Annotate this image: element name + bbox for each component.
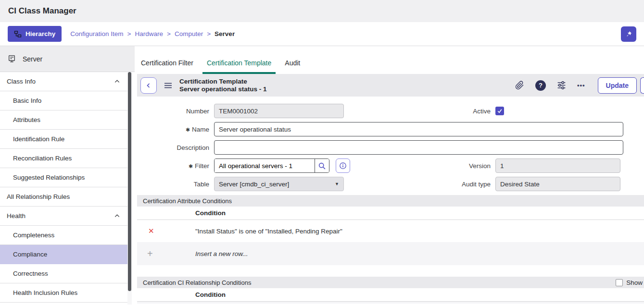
record-title: Certification Template Server operationa… <box>179 78 267 93</box>
search-icon <box>318 162 326 170</box>
sidebar-item-label: All Relationship Rules <box>7 193 70 200</box>
breadcrumb-item-configuration-item[interactable]: Configuration Item <box>70 30 123 37</box>
app-header: CI Class Manager <box>0 0 644 22</box>
back-button[interactable] <box>140 77 157 94</box>
sidebar: Server Class InfoBasic InfoAttributesIde… <box>0 46 135 305</box>
breadcrumb-separator: > <box>167 30 171 37</box>
chevron-up-icon <box>114 78 121 85</box>
sidebar-item-all-relationship-rules[interactable]: All Relationship Rules <box>0 187 127 207</box>
sidebar-item-reconciliation-rules[interactable]: Reconciliation Rules <box>0 149 127 168</box>
sidebar-item-label: Attributes <box>13 116 40 123</box>
more-icon: ••• <box>577 82 585 89</box>
sidebar-scrollbar[interactable] <box>127 72 132 305</box>
checkmark-icon <box>497 108 503 114</box>
sidebar-item-class-info[interactable]: Class Info <box>0 72 127 91</box>
filter-info-button[interactable] <box>336 159 350 173</box>
sidebar-item-label: Health Inclusion Rules <box>13 289 77 296</box>
delete-condition-icon[interactable]: ✕ <box>148 227 154 235</box>
help-icon: ? <box>535 80 546 91</box>
name-field[interactable] <box>214 122 623 136</box>
version-label: Version <box>418 162 491 170</box>
chevron-up-icon <box>114 212 121 220</box>
required-icon: ✱ <box>186 127 190 133</box>
number-label: Number <box>137 108 209 115</box>
attachment-button[interactable] <box>515 81 524 90</box>
main-content: Certification FilterCertification Templa… <box>135 46 644 305</box>
version-field[interactable] <box>495 159 620 173</box>
tab-certification-filter[interactable]: Certification Filter <box>137 54 198 74</box>
sidebar-item-attributes[interactable]: Attributes <box>0 110 127 130</box>
update-button[interactable]: Update <box>598 77 637 94</box>
sidebar-item-health[interactable]: Health <box>0 207 127 226</box>
pin-button[interactable] <box>621 26 636 42</box>
tab-certification-template[interactable]: Certification Template <box>202 54 276 74</box>
sidebar-item-label: Identification Rule <box>13 135 64 143</box>
cut-off-button[interactable] <box>640 77 644 94</box>
name-label: ✱Name <box>137 126 209 133</box>
more-button[interactable]: ••• <box>577 82 585 89</box>
help-button[interactable]: ? <box>535 80 546 91</box>
toolbar: Hierarchy Configuration Item>Hardware>Co… <box>0 22 644 46</box>
show-checkbox[interactable] <box>616 279 623 286</box>
condition-row: ✕"Install Status" is one of "Installed, … <box>137 220 644 242</box>
hierarchy-button[interactable]: Hierarchy <box>8 26 62 42</box>
server-icon <box>7 54 16 63</box>
breadcrumb-separator: > <box>127 30 131 37</box>
insert-row[interactable]: + Insert a new row... <box>137 242 644 265</box>
section-title: Certification CI Relationship Conditions <box>143 279 251 286</box>
filter-lookup-button[interactable] <box>315 159 329 172</box>
hierarchy-icon <box>14 30 22 38</box>
active-checkbox[interactable] <box>495 107 504 115</box>
tab-bar: Certification FilterCertification Templa… <box>135 46 644 74</box>
filter-field[interactable] <box>215 159 315 172</box>
table-select[interactable]: Server [cmdb_ci_server] ▼ <box>214 177 344 191</box>
sidebar-item-basic-info[interactable]: Basic Info <box>0 91 127 110</box>
show-label: Show <box>626 279 643 286</box>
sidebar-item-compliance[interactable]: Compliance <box>0 245 127 264</box>
sidebar-item-label: Class Info <box>7 78 36 85</box>
table-select-value: Server [cmdb_ci_server] <box>219 181 289 188</box>
breadcrumb-item-hardware[interactable]: Hardware <box>135 30 164 37</box>
form-body: Number Active ✱Name <box>137 97 644 191</box>
condition-text: "Install Status" is one of "Installed, P… <box>137 228 342 235</box>
condition-column-header: Condition <box>137 288 644 302</box>
sidebar-item-health-inclusion-rules[interactable]: Health Inclusion Rules <box>0 283 127 303</box>
caret-down-icon: ▼ <box>335 182 339 186</box>
description-field[interactable] <box>214 140 623 155</box>
sidebar-item-label: Reconciliation Rules <box>13 155 72 162</box>
attribute-conditions-section-header: Certification Attribute Conditions <box>137 195 644 207</box>
active-label: Active <box>418 108 491 115</box>
filter-label: ✱Filter <box>137 162 209 170</box>
sidebar-item-label: Completeness <box>13 232 54 239</box>
chevron-left-icon <box>145 82 152 89</box>
audit-type-label: Audit type <box>418 181 491 188</box>
sliders-icon <box>557 81 566 90</box>
sidebar-item-label: Suggested Relationships <box>13 174 85 181</box>
number-field[interactable] <box>214 104 344 118</box>
sidebar-item-completeness[interactable]: Completeness <box>0 226 127 245</box>
record-name: Server operational status - 1 <box>179 85 267 93</box>
tab-audit[interactable]: Audit <box>280 54 304 74</box>
hierarchy-button-label: Hierarchy <box>25 30 55 37</box>
breadcrumb-item-computer[interactable]: Computer <box>175 30 203 37</box>
hamburger-icon <box>164 82 172 89</box>
sidebar-item-label: Basic Info <box>13 97 41 104</box>
filter-field-group <box>214 159 329 173</box>
breadcrumb-separator: > <box>207 30 211 37</box>
form-menu-button[interactable] <box>163 81 173 90</box>
description-label: Description <box>137 144 209 151</box>
required-icon: ✱ <box>189 163 193 169</box>
relationship-conditions-section-header: Certification CI Relationship Conditions… <box>137 277 644 288</box>
sidebar-scrollbar-thumb[interactable] <box>128 72 131 291</box>
pin-icon <box>625 30 632 38</box>
sidebar-item-suggested-relationships[interactable]: Suggested Relationships <box>0 168 127 187</box>
sidebar-item-correctness[interactable]: Correctness <box>0 264 127 283</box>
info-icon <box>339 162 347 170</box>
show-toggle: Show <box>616 279 643 286</box>
personalize-button[interactable] <box>557 81 566 90</box>
audit-type-field[interactable] <box>495 177 620 191</box>
sidebar-header: Server <box>0 46 135 72</box>
sidebar-item-identification-rule[interactable]: Identification Rule <box>0 130 127 149</box>
condition-column-header: Condition <box>137 207 644 220</box>
sidebar-nav: Class InfoBasic InfoAttributesIdentifica… <box>0 72 127 303</box>
